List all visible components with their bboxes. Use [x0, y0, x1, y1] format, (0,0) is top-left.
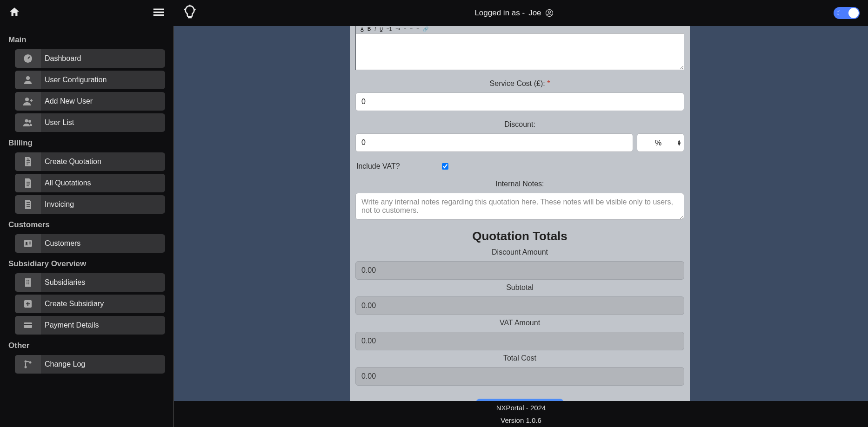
subtotal-label: Subtotal [355, 283, 684, 292]
sidebar-item-subsidiaries[interactable]: Subsidiaries [15, 273, 165, 292]
nav-group-title: Main [8, 35, 165, 45]
footer-line-2: Version 1.0.6 [501, 416, 541, 424]
user-icon [15, 71, 41, 89]
lightbulb-button[interactable] [182, 0, 197, 26]
sidebar-item-dashboard[interactable]: Dashboard [15, 49, 165, 68]
sidebar-item-payment-details[interactable]: Payment Details [15, 316, 165, 335]
footer: NXPortal - 2024 Version 1.0.6 [174, 401, 868, 427]
dashboard-icon [15, 49, 41, 68]
sidebar-item-label: User List [41, 118, 74, 127]
lightbulb-icon [182, 5, 197, 21]
sidebar-item-label: Customers [41, 239, 80, 248]
nav-group-title: Billing [8, 138, 165, 148]
editor-U-button[interactable]: U̲ [380, 26, 383, 32]
sidebar-item-user-configuration[interactable]: User Configuration [15, 71, 165, 89]
nav-group-title: Other [8, 341, 165, 350]
include-vat-checkbox[interactable] [442, 163, 448, 170]
sidebar-item-customers[interactable]: Customers [15, 234, 165, 253]
required-marker: * [547, 79, 550, 87]
service-cost-input[interactable] [355, 92, 684, 111]
user-circle-icon[interactable] [545, 9, 554, 17]
menu-icon[interactable] [152, 5, 166, 21]
topbar-right: ☾ [831, 7, 868, 19]
file-icon [15, 174, 41, 192]
editor-A-button[interactable]: A̲ [361, 26, 364, 32]
sidebar-item-change-log[interactable]: Change Log [15, 355, 165, 374]
sidebar-item-label: Change Log [41, 360, 85, 368]
sidebar-item-label: Add New User [41, 97, 93, 105]
editor-align-left-button[interactable]: ≡ [404, 26, 407, 32]
total-cost-output [355, 367, 684, 386]
totals-heading: Quotation Totals [355, 229, 684, 243]
discount-row: % ▴▾ [355, 133, 684, 152]
topbar-left [0, 0, 174, 26]
nav-group-title: Subsidiary Overview [8, 259, 165, 269]
home-icon[interactable] [8, 6, 20, 20]
include-vat-label: Include VAT? [356, 162, 400, 171]
topbar: Logged in as - Joe ☾ [0, 0, 868, 26]
sidebar-item-label: Create Quotation [41, 158, 101, 166]
sidebar-item-label: Dashboard [41, 54, 81, 63]
sidebar-item-label: Payment Details [41, 321, 99, 329]
credit-card-icon [15, 316, 41, 335]
theme-toggle[interactable]: ☾ [834, 7, 860, 19]
editor-link-button[interactable]: 🔗 [423, 26, 428, 32]
sidebar-item-label: Create Subsidiary [41, 300, 104, 308]
plus-square-icon [15, 295, 41, 313]
editor-list-ol-button[interactable]: ≡1 [387, 26, 392, 32]
quotation-form-panel: A̲BIU̲≡1≡•≡≡≡🔗 Service Cost (£): * Disco… [350, 26, 690, 401]
sidebar-item-label: Subsidiaries [41, 278, 85, 287]
discount-unit-select-wrap: % ▴▾ [637, 133, 684, 152]
vat-amount-label: VAT Amount [355, 319, 684, 327]
file-lines-icon [15, 195, 41, 214]
service-cost-label-text: Service Cost (£): [490, 79, 548, 87]
user-plus-icon [15, 92, 41, 111]
discount-amount-label: Discount Amount [355, 248, 684, 256]
discount-label: Discount: [355, 120, 684, 129]
sidebar-item-invoicing[interactable]: Invoicing [15, 195, 165, 214]
editor-list-ul-button[interactable]: ≡• [395, 26, 400, 32]
sidebar-item-label: User Configuration [41, 76, 107, 84]
address-card-icon [15, 234, 41, 253]
editor-I-button[interactable]: I [374, 26, 376, 32]
sidebar-item-create-subsidiary[interactable]: Create Subsidiary [15, 295, 165, 313]
internal-notes-label: Internal Notes: [355, 180, 684, 188]
logged-in-username: Joe [528, 8, 541, 18]
service-cost-label: Service Cost (£): * [355, 79, 684, 88]
editor-toolbar: A̲BIU̲≡1≡•≡≡≡🔗 [356, 26, 684, 33]
editor-align-center-button[interactable]: ≡ [410, 26, 413, 32]
discount-unit-select[interactable]: % [637, 133, 684, 152]
discount-amount-output [355, 261, 684, 280]
file-invoice-icon [15, 152, 41, 171]
vat-amount-output [355, 332, 684, 350]
sidebar: MainDashboardUser ConfigurationAdd New U… [0, 26, 174, 427]
discount-input[interactable] [355, 133, 633, 152]
branch-icon [15, 355, 41, 374]
moon-icon: ☾ [836, 9, 842, 17]
sidebar-item-add-new-user[interactable]: Add New User [15, 92, 165, 111]
total-cost-label: Total Cost [355, 354, 684, 362]
editor-area[interactable] [356, 33, 684, 70]
logged-in-prefix: Logged in as - [474, 8, 525, 18]
footer-line-1: NXPortal - 2024 [496, 404, 546, 412]
internal-notes-textarea[interactable] [355, 193, 684, 220]
sidebar-item-label: Invoicing [41, 200, 74, 209]
toggle-knob [848, 8, 859, 18]
nav-group-title: Customers [8, 220, 165, 230]
logged-in-label: Logged in as - Joe [197, 8, 831, 18]
sidebar-item-user-list[interactable]: User List [15, 113, 165, 132]
sidebar-item-label: All Quotations [41, 179, 91, 187]
editor-align-right-button[interactable]: ≡ [416, 26, 419, 32]
building-icon [15, 273, 41, 292]
sidebar-item-create-quotation[interactable]: Create Quotation [15, 152, 165, 171]
description-editor[interactable]: A̲BIU̲≡1≡•≡≡≡🔗 [355, 26, 684, 70]
sidebar-item-all-quotations[interactable]: All Quotations [15, 174, 165, 192]
subtotal-output [355, 296, 684, 315]
users-icon [15, 113, 41, 132]
editor-B-button[interactable]: B [367, 26, 371, 32]
main: A̲BIU̲≡1≡•≡≡≡🔗 Service Cost (£): * Disco… [174, 26, 868, 427]
include-vat-row: Include VAT? [355, 162, 684, 171]
